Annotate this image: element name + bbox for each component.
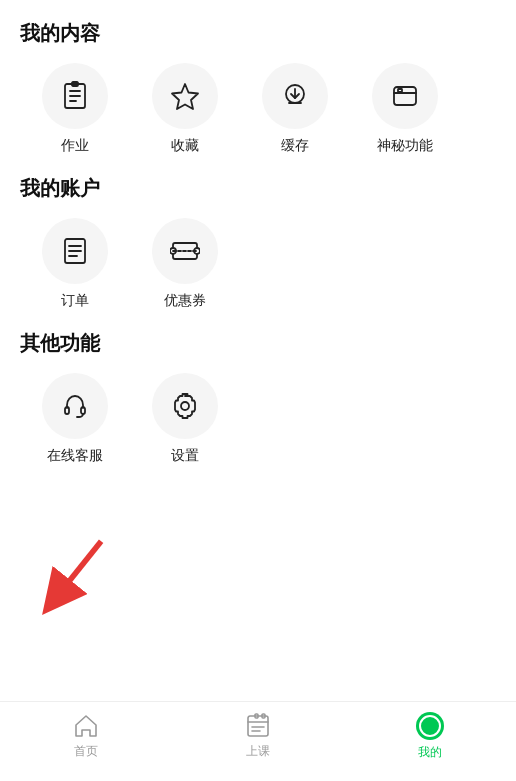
settings-item[interactable]: 设置	[130, 373, 240, 465]
svg-marker-22	[175, 394, 195, 418]
homework-item[interactable]: 作业	[20, 63, 130, 155]
headset-icon-circle	[42, 373, 108, 439]
svg-rect-11	[398, 89, 402, 92]
mystery-icon	[390, 81, 420, 111]
mystery-item[interactable]: 神秘功能	[350, 63, 460, 155]
favorites-label: 收藏	[171, 137, 199, 155]
download-icon	[280, 81, 310, 111]
nav-class[interactable]: 上课	[218, 713, 298, 760]
main-content: 我的内容 作业	[0, 0, 516, 701]
bottom-nav: 首页 上课 我的	[0, 701, 516, 781]
orders-icon-circle	[42, 218, 108, 284]
mine-avatar-inner	[419, 715, 441, 737]
mine-avatar	[416, 712, 444, 740]
homework-icon	[60, 81, 90, 111]
star-icon	[170, 81, 200, 111]
svg-point-23	[181, 402, 189, 410]
settings-icon	[170, 391, 200, 421]
mystery-icon-circle	[372, 63, 438, 129]
favorites-icon-circle	[152, 63, 218, 129]
coupons-icon	[170, 236, 200, 266]
nav-mine[interactable]: 我的	[390, 712, 470, 761]
nav-home[interactable]: 首页	[46, 713, 126, 760]
orders-label: 订单	[61, 292, 89, 310]
homework-label: 作业	[61, 137, 89, 155]
headset-icon	[60, 391, 90, 421]
orders-item[interactable]: 订单	[20, 218, 130, 310]
my-account-grid: 订单 优惠券	[20, 218, 496, 310]
homework-icon-circle	[42, 63, 108, 129]
svg-rect-26	[248, 716, 268, 736]
section-title-other: 其他功能	[20, 330, 496, 357]
settings-label: 设置	[171, 447, 199, 465]
coupons-icon-circle	[152, 218, 218, 284]
customer-service-item[interactable]: 在线客服	[20, 373, 130, 465]
settings-icon-circle	[152, 373, 218, 439]
nav-mine-label: 我的	[418, 744, 442, 761]
coupons-label: 优惠券	[164, 292, 206, 310]
nav-class-label: 上课	[246, 743, 270, 760]
cache-label: 缓存	[281, 137, 309, 155]
home-icon	[73, 713, 99, 739]
cache-icon-circle	[262, 63, 328, 129]
nav-home-label: 首页	[74, 743, 98, 760]
customer-service-label: 在线客服	[47, 447, 103, 465]
svg-marker-5	[172, 84, 198, 109]
class-icon	[245, 713, 271, 739]
favorites-item[interactable]: 收藏	[130, 63, 240, 155]
coupons-item[interactable]: 优惠券	[130, 218, 240, 310]
mystery-label: 神秘功能	[377, 137, 433, 155]
section-title-my-account: 我的账户	[20, 175, 496, 202]
page-container: 我的内容 作业	[0, 0, 516, 781]
my-content-grid: 作业 收藏 缓存	[20, 63, 496, 155]
section-title-my-content: 我的内容	[20, 20, 496, 47]
other-functions-grid: 在线客服 设置	[20, 373, 496, 465]
orders-icon	[60, 236, 90, 266]
cache-item[interactable]: 缓存	[240, 63, 350, 155]
